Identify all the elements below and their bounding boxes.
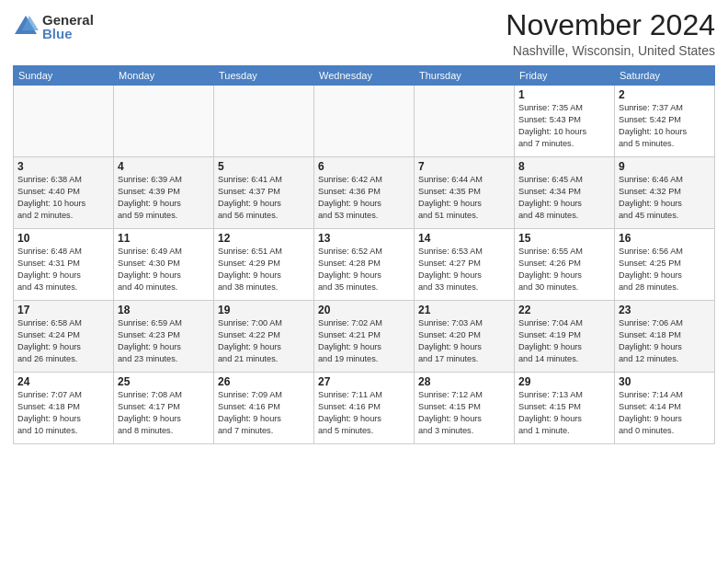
- day-info: Sunrise: 6:41 AMSunset: 4:37 PMDaylight:…: [218, 174, 310, 222]
- calendar-cell: [214, 86, 314, 157]
- calendar-cell: 15Sunrise: 6:55 AMSunset: 4:26 PMDayligh…: [515, 229, 615, 301]
- day-info: Sunrise: 6:59 AMSunset: 4:23 PMDaylight:…: [118, 317, 210, 365]
- day-number: 4: [118, 160, 210, 173]
- logo-general-text: General: [42, 13, 94, 27]
- month-title: November 2024: [506, 9, 715, 41]
- day-number: 29: [518, 375, 610, 388]
- calendar-cell: 27Sunrise: 7:11 AMSunset: 4:16 PMDayligh…: [314, 373, 415, 444]
- day-number: 10: [17, 232, 109, 245]
- calendar-cell: 5Sunrise: 6:41 AMSunset: 4:37 PMDaylight…: [214, 157, 314, 229]
- calendar-cell: 12Sunrise: 6:51 AMSunset: 4:29 PMDayligh…: [214, 229, 314, 301]
- calendar-cell: 1Sunrise: 7:35 AMSunset: 5:43 PMDaylight…: [515, 86, 615, 157]
- day-info: Sunrise: 7:14 AMSunset: 4:14 PMDaylight:…: [619, 389, 711, 437]
- calendar-cell: [14, 86, 114, 157]
- day-info: Sunrise: 6:44 AMSunset: 4:35 PMDaylight:…: [418, 174, 510, 222]
- week-row-0: 1Sunrise: 7:35 AMSunset: 5:43 PMDaylight…: [14, 86, 715, 157]
- calendar-header-row: SundayMondayTuesdayWednesdayThursdayFrid…: [14, 66, 715, 86]
- day-info: Sunrise: 6:48 AMSunset: 4:31 PMDaylight:…: [17, 246, 109, 293]
- day-info: Sunrise: 7:06 AMSunset: 4:18 PMDaylight:…: [619, 317, 711, 365]
- calendar-cell: [114, 86, 214, 157]
- calendar-cell: 16Sunrise: 6:56 AMSunset: 4:25 PMDayligh…: [615, 229, 715, 301]
- day-info: Sunrise: 7:02 AMSunset: 4:21 PMDaylight:…: [318, 317, 410, 365]
- day-number: 5: [218, 160, 310, 173]
- day-number: 18: [118, 304, 210, 316]
- col-header-wednesday: Wednesday: [314, 66, 415, 86]
- day-info: Sunrise: 7:11 AMSunset: 4:16 PMDaylight:…: [318, 389, 410, 437]
- day-number: 17: [17, 304, 109, 316]
- calendar-cell: 26Sunrise: 7:09 AMSunset: 4:16 PMDayligh…: [214, 373, 314, 444]
- day-info: Sunrise: 7:35 AMSunset: 5:43 PMDaylight:…: [518, 102, 610, 150]
- day-number: 19: [218, 304, 310, 316]
- day-info: Sunrise: 6:56 AMSunset: 4:25 PMDaylight:…: [619, 246, 711, 293]
- calendar: SundayMondayTuesdayWednesdayThursdayFrid…: [13, 65, 715, 444]
- day-info: Sunrise: 7:08 AMSunset: 4:17 PMDaylight:…: [118, 389, 210, 437]
- day-info: Sunrise: 6:49 AMSunset: 4:30 PMDaylight:…: [118, 246, 210, 293]
- calendar-cell: 8Sunrise: 6:45 AMSunset: 4:34 PMDaylight…: [515, 157, 615, 229]
- col-header-tuesday: Tuesday: [214, 66, 314, 86]
- col-header-sunday: Sunday: [14, 66, 114, 86]
- week-row-1: 3Sunrise: 6:38 AMSunset: 4:40 PMDaylight…: [14, 157, 715, 229]
- day-number: 23: [619, 304, 711, 316]
- calendar-cell: 28Sunrise: 7:12 AMSunset: 4:15 PMDayligh…: [415, 373, 515, 444]
- day-number: 25: [118, 375, 210, 388]
- calendar-cell: 6Sunrise: 6:42 AMSunset: 4:36 PMDaylight…: [314, 157, 415, 229]
- calendar-cell: 21Sunrise: 7:03 AMSunset: 4:20 PMDayligh…: [415, 301, 515, 373]
- day-number: 16: [619, 232, 711, 245]
- week-row-3: 17Sunrise: 6:58 AMSunset: 4:24 PMDayligh…: [14, 301, 715, 373]
- day-number: 26: [218, 375, 310, 388]
- calendar-cell: [314, 86, 415, 157]
- day-info: Sunrise: 6:45 AMSunset: 4:34 PMDaylight:…: [518, 174, 610, 222]
- day-info: Sunrise: 6:39 AMSunset: 4:39 PMDaylight:…: [118, 174, 210, 222]
- day-info: Sunrise: 6:55 AMSunset: 4:26 PMDaylight:…: [518, 246, 610, 293]
- day-info: Sunrise: 7:00 AMSunset: 4:22 PMDaylight:…: [218, 317, 310, 365]
- day-info: Sunrise: 6:38 AMSunset: 4:40 PMDaylight:…: [17, 174, 109, 222]
- col-header-monday: Monday: [114, 66, 214, 86]
- day-info: Sunrise: 6:53 AMSunset: 4:27 PMDaylight:…: [418, 246, 510, 293]
- col-header-thursday: Thursday: [415, 66, 515, 86]
- day-info: Sunrise: 6:51 AMSunset: 4:29 PMDaylight:…: [218, 246, 310, 293]
- calendar-cell: 22Sunrise: 7:04 AMSunset: 4:19 PMDayligh…: [515, 301, 615, 373]
- day-info: Sunrise: 7:09 AMSunset: 4:16 PMDaylight:…: [218, 389, 310, 437]
- day-info: Sunrise: 7:37 AMSunset: 5:42 PMDaylight:…: [619, 102, 711, 150]
- day-number: 1: [518, 88, 610, 101]
- logo: General Blue: [13, 13, 94, 40]
- logo-icon: [13, 14, 39, 40]
- day-number: 30: [619, 375, 711, 388]
- day-info: Sunrise: 6:52 AMSunset: 4:28 PMDaylight:…: [318, 246, 410, 293]
- calendar-cell: 18Sunrise: 6:59 AMSunset: 4:23 PMDayligh…: [114, 301, 214, 373]
- calendar-cell: 20Sunrise: 7:02 AMSunset: 4:21 PMDayligh…: [314, 301, 415, 373]
- col-header-saturday: Saturday: [615, 66, 715, 86]
- title-block: November 2024 Nashville, Wisconsin, Unit…: [506, 9, 715, 58]
- day-number: 13: [318, 232, 410, 245]
- calendar-cell: 24Sunrise: 7:07 AMSunset: 4:18 PMDayligh…: [14, 373, 114, 444]
- calendar-cell: 10Sunrise: 6:48 AMSunset: 4:31 PMDayligh…: [14, 229, 114, 301]
- week-row-4: 24Sunrise: 7:07 AMSunset: 4:18 PMDayligh…: [14, 373, 715, 444]
- day-info: Sunrise: 7:12 AMSunset: 4:15 PMDaylight:…: [418, 389, 510, 437]
- calendar-cell: 9Sunrise: 6:46 AMSunset: 4:32 PMDaylight…: [615, 157, 715, 229]
- day-number: 6: [318, 160, 410, 173]
- calendar-cell: 4Sunrise: 6:39 AMSunset: 4:39 PMDaylight…: [114, 157, 214, 229]
- day-number: 7: [418, 160, 510, 173]
- calendar-cell: 19Sunrise: 7:00 AMSunset: 4:22 PMDayligh…: [214, 301, 314, 373]
- day-number: 21: [418, 304, 510, 316]
- calendar-cell: 7Sunrise: 6:44 AMSunset: 4:35 PMDaylight…: [415, 157, 515, 229]
- calendar-cell: 29Sunrise: 7:13 AMSunset: 4:15 PMDayligh…: [515, 373, 615, 444]
- day-number: 14: [418, 232, 510, 245]
- day-info: Sunrise: 7:07 AMSunset: 4:18 PMDaylight:…: [17, 389, 109, 437]
- day-info: Sunrise: 7:04 AMSunset: 4:19 PMDaylight:…: [518, 317, 610, 365]
- day-number: 8: [518, 160, 610, 173]
- calendar-cell: 30Sunrise: 7:14 AMSunset: 4:14 PMDayligh…: [615, 373, 715, 444]
- location: Nashville, Wisconsin, United States: [506, 43, 715, 58]
- calendar-cell: 25Sunrise: 7:08 AMSunset: 4:17 PMDayligh…: [114, 373, 214, 444]
- calendar-cell: 14Sunrise: 6:53 AMSunset: 4:27 PMDayligh…: [415, 229, 515, 301]
- day-number: 22: [518, 304, 610, 316]
- page: General Blue November 2024 Nashville, Wi…: [0, 0, 728, 563]
- calendar-cell: 17Sunrise: 6:58 AMSunset: 4:24 PMDayligh…: [14, 301, 114, 373]
- day-number: 24: [17, 375, 109, 388]
- col-header-friday: Friday: [515, 66, 615, 86]
- day-info: Sunrise: 7:13 AMSunset: 4:15 PMDaylight:…: [518, 389, 610, 437]
- logo-blue-text: Blue: [42, 27, 94, 40]
- calendar-cell: [415, 86, 515, 157]
- day-number: 27: [318, 375, 410, 388]
- calendar-cell: 13Sunrise: 6:52 AMSunset: 4:28 PMDayligh…: [314, 229, 415, 301]
